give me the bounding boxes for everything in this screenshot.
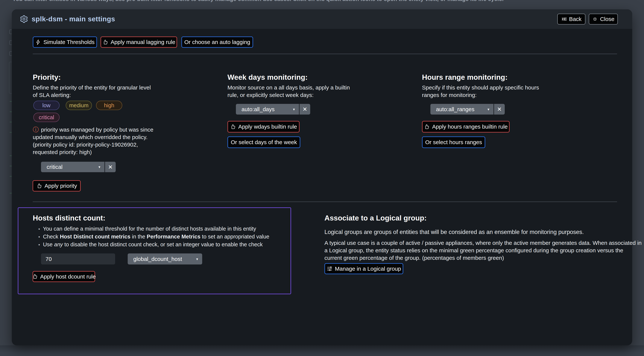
info-icon: ⓘ (33, 126, 39, 133)
close-button-label: Close (600, 16, 614, 22)
gear-icon (20, 15, 28, 24)
priority-pill-critical[interactable]: critical (33, 113, 60, 122)
select-hours-ranges-button[interactable]: Or select hours ranges (422, 136, 485, 148)
dcount-threshold-input[interactable] (41, 254, 115, 264)
thumb-up-icon (230, 124, 236, 130)
manage-logical-group-label: Manage in a Logical group (335, 266, 401, 272)
notice-text: priority was managed by policy but was s… (41, 126, 153, 133)
week-days-select-text: auto:all_days (242, 106, 275, 112)
hosts-dcount-heading: Hosts distinct count: (33, 214, 106, 222)
apply-host-dcount-label: Apply host dcount rule (40, 274, 96, 280)
modal-header: splk-dsm - main settings Back Close (12, 9, 632, 29)
notice-line: requested priority: high) (33, 148, 153, 156)
priority-pill-low[interactable]: low (33, 101, 60, 110)
apply-wdays-builtin-button[interactable]: Apply wdays builtin rule (228, 121, 300, 132)
select-days-of-week-label: Or select days of the week (231, 139, 297, 146)
priority-select: critical ▾ ✕ (41, 162, 116, 172)
dcount-metric-select: global_dcount_host ▾ (128, 254, 202, 264)
week-days-select-clear-button[interactable]: ✕ (299, 104, 310, 114)
background-page-text-strip: You can filter entities in various ways,… (0, 0, 644, 2)
caret-down-icon: ▾ (98, 165, 100, 169)
thumb-up-icon (424, 124, 430, 130)
thumb-up-icon (32, 274, 38, 280)
hours-range-select-clear-button[interactable]: ✕ (494, 104, 505, 114)
caret-down-icon: ▾ (196, 257, 198, 261)
lightning-icon (35, 39, 41, 45)
logical-group-intro: Logical groups are groups of entities th… (324, 228, 584, 236)
divider (33, 202, 617, 202)
bullet-item: • You can define a minimal threshold for… (38, 225, 269, 233)
auto-lagging-label: Or choose an auto lagging (184, 39, 250, 45)
apply-priority-button[interactable]: Apply priority (32, 180, 81, 192)
week-days-select: auto:all_days ▾ ✕ (236, 104, 310, 114)
caret-down-icon: ▾ (293, 107, 295, 112)
hours-range-select: auto:all_ranges ▾ ✕ (430, 104, 505, 114)
priority-pill-medium[interactable]: medium (66, 101, 92, 110)
priority-heading: Priority: (33, 73, 61, 82)
week-days-description-line: rule, or explicitly select week days: (228, 91, 350, 99)
bullet-text: Check Host Distinct count metrics in the… (43, 233, 269, 240)
background-page-text: You can filter entities in various ways,… (12, 0, 644, 2)
divider (33, 54, 617, 54)
apply-host-dcount-button[interactable]: Apply host dcount rule (32, 271, 95, 282)
hours-range-description-line: ranges for monitoring: (422, 91, 539, 99)
apply-hours-builtin-button[interactable]: Apply hours ranges builtin rule (422, 121, 510, 132)
week-days-select-value[interactable]: auto:all_days ▾ (236, 104, 299, 114)
apply-priority-label: Apply priority (44, 183, 77, 189)
pill-label: medium (69, 102, 88, 108)
week-days-description-line: Monitor source on a all days basis, appl… (228, 84, 350, 91)
bullet-text: Use any to disable the host distinct cou… (43, 241, 263, 248)
bullet-text: You can define a minimal threshold for t… (43, 225, 256, 233)
apply-wdays-builtin-label: Apply wdays builtin rule (238, 124, 297, 130)
modal-title: splk-dsm - main settings (32, 15, 115, 23)
hours-range-select-text: auto:all_ranges (436, 106, 474, 112)
priority-description-line: Define the priority of the entity for gr… (33, 84, 151, 91)
bullet-dot: • (38, 241, 40, 248)
bullet-item: • Use any to disable the host distinct c… (38, 241, 269, 248)
priority-pill-high[interactable]: high (96, 101, 122, 110)
hours-range-select-value[interactable]: auto:all_ranges ▾ (430, 104, 494, 114)
priority-select-text: critical (46, 164, 62, 170)
auto-lagging-button[interactable]: Or choose an auto lagging (182, 36, 253, 48)
week-days-description: Monitor source on a all days basis, appl… (228, 84, 350, 99)
hosts-dcount-bullets: • You can define a minimal threshold for… (38, 225, 269, 248)
priority-select-value[interactable]: critical ▾ (41, 162, 104, 172)
priority-select-clear-button[interactable]: ✕ (104, 162, 116, 172)
page: { "background": { "top_text": "You can f… (0, 0, 644, 356)
pill-label: low (42, 102, 50, 108)
week-days-heading: Week days monitoring: (228, 73, 308, 82)
dcount-metric-select-text: global_dcount_host (133, 256, 182, 262)
close-button[interactable]: Close (589, 14, 618, 24)
main-settings-modal: splk-dsm - main settings Back Close Simu… (12, 9, 632, 345)
back-button[interactable]: Back (557, 14, 586, 24)
hours-range-description-line: Specify if this entity should apply spec… (422, 84, 539, 91)
dcount-metric-select-value[interactable]: global_dcount_host ▾ (128, 254, 202, 264)
notice-line: (priority policy id: priority-policy-190… (33, 141, 153, 148)
logical-group-heading: Associate to a Logical group: (324, 214, 427, 222)
square-icon (592, 16, 598, 22)
select-days-of-week-button[interactable]: Or select days of the week (228, 136, 300, 148)
simulate-thresholds-label: Simulate Thresholds (44, 39, 94, 45)
bullet-dot: • (38, 225, 40, 233)
back-button-label: Back (569, 16, 582, 22)
notice-line: ⓘpriority was managed by policy but was … (33, 126, 153, 134)
hours-range-description: Specify if this entity should apply spec… (422, 84, 539, 99)
apply-hours-builtin-label: Apply hours ranges builtin rule (432, 124, 508, 130)
manage-logical-group-button[interactable]: Manage in a Logical group (324, 263, 403, 274)
logical-group-detail-line: current green percentage of the group. (… (324, 254, 642, 262)
logical-group-detail-line: A typical use case is a couple of active… (324, 239, 642, 247)
bullet-item: • Check Host Distinct count metrics in t… (38, 233, 269, 241)
skip-back-icon (561, 16, 567, 22)
select-hours-ranges-label: Or select hours ranges (425, 139, 482, 146)
sliders-icon (327, 266, 332, 272)
caret-down-icon: ▾ (488, 107, 489, 112)
simulate-thresholds-button[interactable]: Simulate Thresholds (33, 36, 97, 48)
thumb-up-icon (36, 183, 42, 189)
thumb-up-icon (102, 39, 108, 45)
apply-manual-lagging-label: Apply manual lagging rule (111, 39, 175, 45)
background-page-bottom (0, 345, 644, 356)
apply-manual-lagging-button[interactable]: Apply manual lagging rule (100, 36, 177, 48)
notice-line: updated manually which overridded the po… (33, 134, 153, 141)
priority-description-line: of SLA alerting: (33, 91, 151, 99)
logical-group-detail: A typical use case is a couple of active… (324, 239, 642, 262)
